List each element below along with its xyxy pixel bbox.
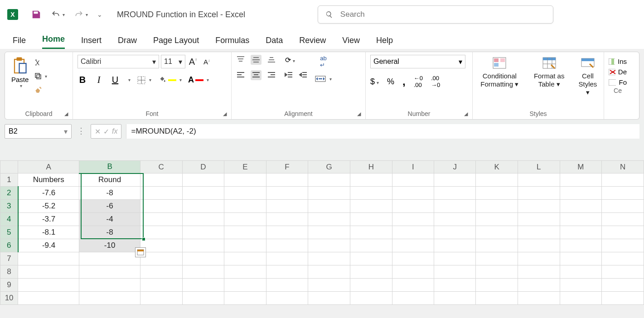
cell-I8[interactable] (392, 265, 434, 279)
cell-N7[interactable] (602, 252, 644, 265)
cell-G8[interactable] (308, 265, 350, 279)
cell-C2[interactable] (140, 187, 182, 200)
tab-page-layout[interactable]: Page Layout (153, 36, 199, 49)
cell-M4[interactable] (560, 213, 602, 226)
tab-data[interactable]: Data (266, 36, 283, 49)
cell-C7[interactable] (140, 252, 182, 265)
cell-K2[interactable] (476, 187, 518, 200)
cell-I7[interactable] (392, 252, 434, 265)
row-header-3[interactable]: 3 (0, 200, 18, 213)
cell-A7[interactable] (18, 252, 79, 265)
cell-A4[interactable]: -3.7 (18, 213, 79, 226)
cell-C1[interactable] (140, 173, 182, 187)
increase-font-button[interactable]: A↑ (187, 57, 199, 67)
cell-L10[interactable] (518, 292, 560, 305)
cell-L3[interactable] (518, 200, 560, 213)
cell-H6[interactable] (350, 239, 392, 252)
format-painter-button[interactable] (34, 85, 47, 95)
bottom-align-button[interactable] (267, 56, 276, 64)
col-header-H[interactable]: H (350, 161, 392, 173)
chevron-down-icon[interactable]: ▾ (20, 83, 22, 88)
col-header-G[interactable]: G (308, 161, 350, 173)
formula-input[interactable] (126, 124, 639, 139)
autofill-options-button[interactable] (135, 247, 146, 257)
cell-E3[interactable] (224, 200, 266, 213)
cell-K9[interactable] (476, 279, 518, 292)
cell-E2[interactable] (224, 187, 266, 200)
cell-D2[interactable] (182, 187, 224, 200)
cell-B6[interactable]: -10 (79, 239, 140, 252)
cell-I1[interactable] (392, 173, 434, 187)
col-header-N[interactable]: N (602, 161, 644, 173)
decrease-font-button[interactable]: A↓ (201, 58, 213, 66)
cell-C5[interactable] (140, 226, 182, 239)
cell-H7[interactable] (350, 252, 392, 265)
cell-I9[interactable] (392, 279, 434, 292)
cell-K6[interactable] (476, 239, 518, 252)
left-align-button[interactable] (236, 71, 245, 79)
cell-D8[interactable] (182, 265, 224, 279)
cell-E9[interactable] (224, 279, 266, 292)
cell-D7[interactable] (182, 252, 224, 265)
cell-B3[interactable]: -6 (79, 200, 140, 213)
underline-button[interactable]: U (110, 75, 120, 85)
cell-M7[interactable] (560, 252, 602, 265)
cell-H2[interactable] (350, 187, 392, 200)
cell-H4[interactable] (350, 213, 392, 226)
middle-align-button[interactable] (251, 55, 261, 65)
cell-L5[interactable] (518, 226, 560, 239)
cancel-formula-button[interactable]: ✕ (95, 127, 101, 136)
center-align-button[interactable] (251, 70, 261, 80)
cell-K5[interactable] (476, 226, 518, 239)
cell-M10[interactable] (560, 292, 602, 305)
save-button[interactable] (31, 9, 42, 20)
cell-J3[interactable] (434, 200, 475, 213)
cell-L4[interactable] (518, 213, 560, 226)
cell-A10[interactable] (18, 292, 79, 305)
cell-D10[interactable] (182, 292, 224, 305)
increase-decimal-button[interactable]: ←0.00 (414, 75, 423, 88)
col-header-I[interactable]: I (392, 161, 434, 173)
cell-G3[interactable] (308, 200, 350, 213)
cell-L2[interactable] (518, 187, 560, 200)
cell-G5[interactable] (308, 226, 350, 239)
cell-K8[interactable] (476, 265, 518, 279)
cell-B9[interactable] (79, 279, 140, 292)
cell-M5[interactable] (560, 226, 602, 239)
cell-C6[interactable] (140, 239, 182, 252)
row-header-5[interactable]: 5 (0, 226, 18, 239)
cell-F1[interactable] (266, 173, 308, 187)
cell-J4[interactable] (434, 213, 475, 226)
col-header-J[interactable]: J (434, 161, 475, 173)
cell-J9[interactable] (434, 279, 475, 292)
bold-button[interactable]: B (77, 75, 87, 85)
cell-I4[interactable] (392, 213, 434, 226)
decrease-indent-button[interactable] (284, 71, 293, 79)
cell-B8[interactable] (79, 265, 140, 279)
cell-D3[interactable] (182, 200, 224, 213)
cell-L9[interactable] (518, 279, 560, 292)
cell-E5[interactable] (224, 226, 266, 239)
col-header-L[interactable]: L (518, 161, 560, 173)
top-align-button[interactable] (236, 56, 245, 64)
tab-home[interactable]: Home (42, 34, 65, 49)
fx-button[interactable]: fx (112, 127, 117, 135)
cell-styles-button[interactable]: Cell Styles ▾ (576, 57, 599, 96)
cell-G4[interactable] (308, 213, 350, 226)
paste-button[interactable]: Paste ▾ (10, 55, 30, 90)
cell-J8[interactable] (434, 265, 475, 279)
name-box[interactable]: B2▾ (5, 124, 72, 139)
insert-cells-button[interactable]: Ins (609, 58, 627, 65)
cell-G7[interactable] (308, 252, 350, 265)
cell-N2[interactable] (602, 187, 644, 200)
cell-F10[interactable] (266, 292, 308, 305)
cell-D6[interactable] (182, 239, 224, 252)
cell-B5[interactable]: -8 (79, 226, 140, 239)
cell-E6[interactable] (224, 239, 266, 252)
cell-G9[interactable] (308, 279, 350, 292)
cell-M8[interactable] (560, 265, 602, 279)
tab-draw[interactable]: Draw (118, 36, 137, 49)
cell-K4[interactable] (476, 213, 518, 226)
chevron-down-icon[interactable]: ▾ (63, 12, 65, 17)
percent-format-button[interactable]: % (387, 77, 394, 87)
